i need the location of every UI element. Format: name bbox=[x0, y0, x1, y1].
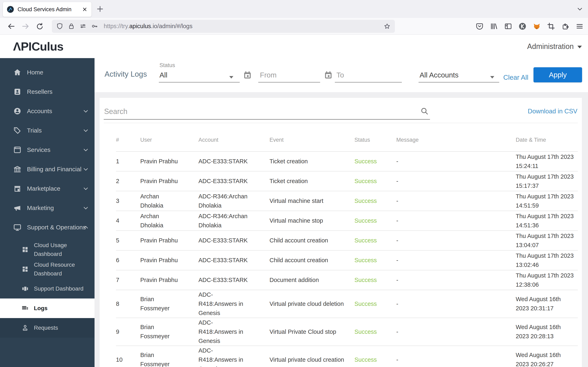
reload-icon[interactable] bbox=[35, 22, 44, 31]
back-icon[interactable] bbox=[7, 22, 16, 31]
table-row[interactable]: 4Archan DholakiaADC-R346:Archan Dholakia… bbox=[116, 211, 578, 230]
table-row[interactable]: 1Pravin PrabhuADC-E333:STARKTicket creat… bbox=[116, 151, 578, 171]
cell-num: 3 bbox=[116, 196, 140, 206]
column-header--: # bbox=[116, 136, 140, 144]
list-all-tabs-icon[interactable] bbox=[576, 5, 584, 13]
accounts-select-value[interactable]: All Accounts bbox=[420, 71, 458, 79]
extensions-puzzle-icon[interactable] bbox=[561, 22, 570, 31]
sidebar-item-support-dashboard[interactable]: Support Dashboard bbox=[0, 279, 95, 299]
sidebar-item-billing-and-financial[interactable]: Billing and Financial bbox=[0, 159, 95, 179]
sidebar-item-label: Accounts bbox=[27, 108, 52, 115]
table-header-row: #UserAccountEventStatusMessageDate & Tim… bbox=[116, 123, 578, 151]
sidebar-item-label: Requests bbox=[34, 323, 58, 332]
calendar-icon-to[interactable] bbox=[323, 70, 333, 80]
tracking-shield-icon[interactable] bbox=[56, 22, 63, 30]
table-row[interactable]: 10Brian FossmeyerADC-R418:Answers in Gen… bbox=[116, 346, 578, 367]
search-input[interactable]: Search bbox=[104, 104, 430, 120]
filter-bar: Activity Logs Status All From To All Acc… bbox=[95, 58, 588, 92]
cell-date: Wed August 16th 2023 20:26:27 bbox=[516, 350, 577, 367]
sidebar-item-accounts[interactable]: Accounts bbox=[0, 101, 95, 121]
chevron-down-icon bbox=[577, 46, 582, 48]
sidebar-item-label: Services bbox=[27, 146, 51, 153]
sidebar-item-home[interactable]: Home bbox=[0, 63, 95, 82]
sidebar-item-marketing[interactable]: Marketing bbox=[0, 198, 95, 217]
to-date-input[interactable]: To bbox=[337, 71, 344, 79]
sidebar-item-services[interactable]: Services bbox=[0, 140, 95, 159]
tab-title: Cloud Services Admin bbox=[17, 6, 82, 13]
administration-menu[interactable]: Administration bbox=[527, 42, 582, 51]
column-header-status: Status bbox=[355, 136, 396, 144]
status-dropdown-caret[interactable] bbox=[229, 76, 233, 78]
logs-card: Search Download in CSV #UserAccountEvent… bbox=[100, 98, 582, 367]
screenshot-crop-icon[interactable] bbox=[547, 22, 555, 31]
table-row[interactable]: 7Pravin PrabhuADC-E333:STARKDocument add… bbox=[116, 270, 578, 290]
cell-account: ADC-R346:Archan Dholakia bbox=[199, 192, 252, 210]
app-header: ΛPICulus Administration bbox=[0, 35, 588, 58]
download-csv-link[interactable]: Download in CSV bbox=[528, 108, 577, 115]
forward-icon[interactable] bbox=[21, 22, 30, 31]
table-row[interactable]: 2Pravin PrabhuADC-E333:STARKTicket creat… bbox=[116, 171, 578, 191]
kagi-extension-icon[interactable] bbox=[518, 22, 527, 31]
sidebar-item-cloud-usage-dashboard[interactable]: Cloud Usage Dashboard bbox=[0, 240, 95, 259]
window-icon bbox=[13, 146, 22, 154]
sidebar-item-resellers[interactable]: Resellers bbox=[0, 82, 95, 101]
cell-status: Success bbox=[355, 196, 396, 206]
calendar-icon-from[interactable] bbox=[242, 70, 252, 80]
cell-account: ADC-R418:Answers in Genesis bbox=[199, 318, 252, 346]
monitor-icon bbox=[13, 223, 22, 232]
cell-num: 2 bbox=[116, 176, 140, 186]
clear-all-link[interactable]: Clear All bbox=[503, 74, 528, 81]
sidebar-item-support-operations[interactable]: Support & Operations bbox=[0, 217, 95, 237]
status-underline bbox=[159, 82, 240, 83]
cell-account: ADC-E333:STARK bbox=[199, 256, 252, 265]
apply-button[interactable]: Apply bbox=[534, 67, 582, 82]
table-row[interactable]: 8Brian FossmeyerADC-R418:Answers in Gene… bbox=[116, 290, 578, 318]
cell-account: ADC-R346:Archan Dholakia bbox=[199, 212, 252, 230]
sidebar-item-label: Support & Operations bbox=[27, 224, 86, 231]
cell-user: Brian Fossmeyer bbox=[140, 323, 184, 341]
permissions-icon[interactable] bbox=[79, 22, 87, 30]
pocket-icon[interactable] bbox=[475, 22, 484, 31]
metamask-fox-icon[interactable] bbox=[532, 22, 541, 31]
search-placeholder: Search bbox=[104, 104, 430, 119]
sidebar-item-cloud-resource-dashboard[interactable]: Cloud Resource Dashboard bbox=[0, 259, 95, 279]
table-row[interactable]: 5Pravin PrabhuADC-E333:STARKChild accoun… bbox=[116, 230, 578, 250]
sidebar-nav: HomeResellersAccountsTrialsServicesBilli… bbox=[0, 58, 95, 367]
lock-icon[interactable] bbox=[68, 22, 75, 30]
cell-account: ADC-R418:Answers in Genesis bbox=[199, 346, 252, 367]
sidebar-item-marketplace[interactable]: Marketplace bbox=[0, 179, 95, 198]
cell-date: Wed August 16th 2023 20:31:17 bbox=[516, 295, 577, 313]
grid-icon bbox=[21, 265, 29, 273]
url-bar[interactable]: https://try.apiculus.io/admin/#/logs bbox=[52, 20, 395, 33]
table-row[interactable]: 9Brian FossmeyerADC-R418:Answers in Gene… bbox=[116, 318, 578, 346]
cell-num: 6 bbox=[116, 256, 140, 265]
table-row[interactable]: 3Archan DholakiaADC-R346:Archan Dholakia… bbox=[116, 191, 578, 211]
cell-event: Child account creation bbox=[269, 236, 348, 245]
menu-hamburger-icon[interactable] bbox=[575, 22, 584, 31]
new-tab-button[interactable] bbox=[96, 5, 104, 13]
bookmark-star-icon[interactable] bbox=[383, 23, 391, 30]
sidebar-item-label: Cloud Resource Dashboard bbox=[34, 260, 95, 278]
sidebar-toggle-icon[interactable] bbox=[504, 22, 512, 31]
cell-status: Success bbox=[355, 355, 396, 364]
key-icon[interactable] bbox=[91, 22, 98, 30]
from-date-input[interactable]: From bbox=[260, 71, 277, 79]
status-label: Status bbox=[159, 62, 175, 68]
search-icon[interactable] bbox=[420, 107, 429, 115]
sidebar-item-label: Support Dashboard bbox=[34, 284, 84, 293]
sidebar-item-label: Cloud Usage Dashboard bbox=[34, 241, 95, 259]
cell-event: Child account creation bbox=[269, 256, 348, 265]
sidebar-item-logs[interactable]: Logs bbox=[0, 299, 95, 318]
browser-tab[interactable]: Cloud Services Admin bbox=[3, 2, 91, 17]
sidebar-item-label: Billing and Financial bbox=[27, 166, 81, 173]
table-row[interactable]: 6Pravin PrabhuADC-E333:STARKChild accoun… bbox=[116, 250, 578, 270]
cell-status: Success bbox=[355, 256, 396, 265]
cell-user: Pravin Prabhu bbox=[140, 236, 184, 245]
sidebar-item-trials[interactable]: Trials bbox=[0, 121, 95, 140]
cell-message: - bbox=[396, 176, 516, 186]
library-icon[interactable] bbox=[490, 22, 498, 31]
accounts-dropdown-caret[interactable] bbox=[490, 76, 494, 78]
status-select-value[interactable]: All bbox=[159, 71, 167, 79]
sidebar-item-requests[interactable]: Requests bbox=[0, 318, 95, 338]
tab-close-icon[interactable] bbox=[82, 6, 88, 12]
